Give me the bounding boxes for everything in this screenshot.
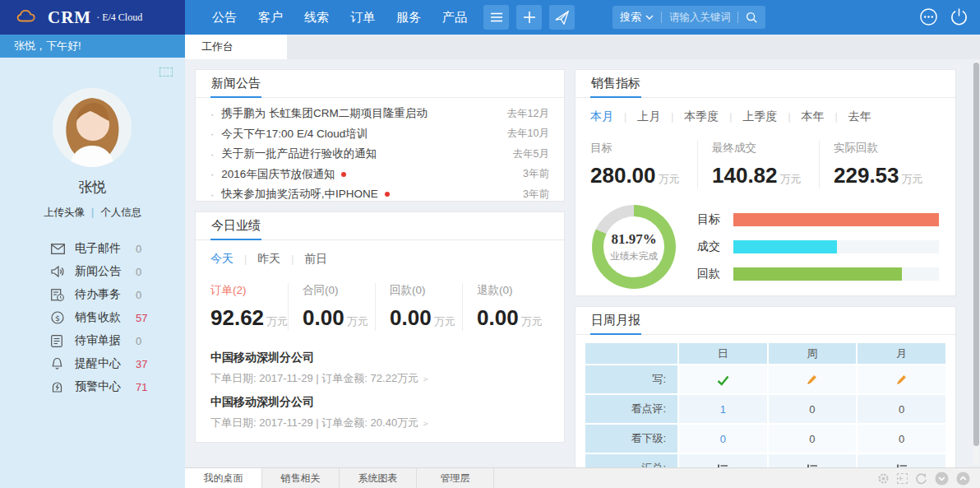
- divider: [737, 12, 738, 23]
- bar-target: 目标: [697, 212, 939, 227]
- report-row-view-comments: 看点评: 1 0 0: [585, 395, 945, 423]
- sales-panel-header: 销售指标: [576, 70, 955, 98]
- greeting-bar: 张悦，下午好!: [0, 35, 185, 58]
- sidebar-item-reminders[interactable]: 提醒中心 37: [0, 352, 185, 375]
- scrollbar-thumb[interactable]: [973, 63, 979, 446]
- refresh-button[interactable]: [915, 472, 927, 485]
- tab-this-year[interactable]: 本年: [802, 109, 825, 124]
- more-options-button[interactable]: [919, 7, 938, 30]
- today-panel-title: 今日业绩: [210, 212, 261, 240]
- bell-icon: [51, 357, 65, 371]
- tab-last-quarter[interactable]: 上季度: [742, 109, 777, 124]
- stat-collected: 实际回款 229.53万元: [819, 141, 941, 188]
- bottombar-icons: [877, 468, 980, 488]
- add-widget-button[interactable]: [897, 473, 908, 484]
- badge-count: 0: [136, 335, 141, 347]
- dollar-circle-icon: $: [51, 311, 65, 325]
- report-panel-header: 日周月报: [576, 307, 955, 335]
- badge-count: 0: [136, 289, 141, 301]
- badge-count: 0: [136, 266, 141, 278]
- bar-closed: 成交: [697, 239, 939, 254]
- tab-my-desktop[interactable]: 我的桌面: [185, 468, 262, 488]
- tab-system-charts[interactable]: 系统图表: [340, 468, 417, 488]
- hamburger-icon: [490, 12, 503, 22]
- order-item[interactable]: 中国移动深圳分公司 下单日期: 2017-11-29 | 订单金额: 20.40…: [210, 395, 549, 430]
- tab-last-year[interactable]: 去年: [848, 109, 871, 124]
- avatar[interactable]: [53, 88, 132, 167]
- report-panel-title: 日周月报: [590, 307, 641, 335]
- logout-button[interactable]: [950, 7, 968, 30]
- sidebar-item-email[interactable]: 电子邮件 0: [0, 237, 185, 260]
- search-scope-dropdown[interactable]: 搜索: [620, 10, 641, 25]
- order-item[interactable]: 中国移动深圳分公司 下单日期: 2017-11-29 | 订单金额: 72.22…: [210, 351, 549, 386]
- divider: [661, 12, 662, 23]
- tab-this-month[interactable]: 本月: [590, 109, 613, 124]
- tab-day-before[interactable]: 前日: [304, 252, 327, 267]
- news-item[interactable]: · 今天下午17:00 E/4 Cloud培训 去年10月: [210, 124, 549, 145]
- nav-item-product[interactable]: 产品: [442, 10, 467, 26]
- stat-target: 目标 280.00万元: [590, 141, 697, 188]
- topbar-right-icons: [919, 7, 968, 30]
- news-item[interactable]: · 2016年国庆节放假通知 3年前: [210, 165, 549, 185]
- nav-item-service[interactable]: 服务: [396, 10, 421, 26]
- sidebar-item-pending-docs[interactable]: 待审单据 0: [0, 329, 185, 352]
- nav-item-leads[interactable]: 线索: [304, 10, 329, 26]
- svg-text:$: $: [55, 314, 60, 323]
- tab-workspace[interactable]: 工作台: [185, 35, 287, 59]
- gear-icon: [877, 472, 890, 485]
- unread-dot: [341, 172, 346, 177]
- stat-contracts: 合同(0) 0.00万元: [288, 283, 375, 331]
- col-week: 周: [769, 343, 857, 364]
- main-scrollbar: [973, 61, 979, 466]
- collapse-sidebar-icon[interactable]: [159, 67, 173, 77]
- top-nav-menu: 公告 客户 线索 订单 服务 产品: [185, 0, 467, 35]
- brand-suffix: E/4 Cloud: [96, 12, 142, 24]
- tab-today[interactable]: 今天: [210, 252, 233, 267]
- scroll-down-button[interactable]: [935, 472, 949, 486]
- search-submit-button[interactable]: [746, 12, 758, 24]
- tab-last-month[interactable]: 上月: [637, 109, 660, 124]
- settings-button[interactable]: [877, 472, 890, 485]
- today-stats: 订单(2) 92.62万元 合同(0) 0.00万元 回款(0) 0.00万元 …: [196, 283, 564, 331]
- sales-chart: 81.97% 业绩未完成 目标 成交 回款: [576, 205, 955, 289]
- news-item[interactable]: · 关于新一批产品进行验收的通知 去年5月: [210, 144, 549, 165]
- chevron-down-circle-icon: [935, 472, 949, 486]
- sidebar-menu: 电子邮件 0 新闻公告 0 待办事务 0 $ 销售收款 57 待审单据 0 提醒…: [0, 237, 185, 398]
- report-table: 日 周 月 写: 看点评: 1 0 0 看下级: 0 0 0: [584, 342, 947, 467]
- nav-item-orders[interactable]: 订单: [350, 10, 375, 26]
- tab-yesterday[interactable]: 昨天: [257, 252, 280, 267]
- menu-hamburger-button[interactable]: [483, 5, 509, 30]
- cloud-logo-icon: [16, 7, 39, 27]
- sidebar-item-todo[interactable]: 待办事务 0: [0, 283, 185, 306]
- document-icon: [51, 334, 65, 348]
- topbar: CRM E/4 Cloud 公告 客户 线索 订单 服务 产品 搜索: [0, 0, 980, 35]
- tab-this-quarter[interactable]: 本季度: [684, 109, 719, 124]
- upload-avatar-link[interactable]: 上传头像: [44, 207, 85, 218]
- add-button[interactable]: [516, 5, 542, 30]
- stat-payments: 回款(0) 0.00万元: [375, 283, 462, 331]
- profile-link[interactable]: 个人信息: [100, 207, 141, 218]
- chevron-down-icon: [645, 15, 654, 20]
- tab-sales-related[interactable]: 销售相关: [262, 468, 340, 488]
- sidebar-item-news[interactable]: 新闻公告 0: [0, 260, 185, 283]
- sidebar-item-receivables[interactable]: $ 销售收款 57: [0, 306, 185, 329]
- send-button[interactable]: [549, 5, 575, 30]
- search-input[interactable]: [669, 12, 730, 23]
- scroll-up-button[interactable]: [956, 472, 970, 486]
- news-panel-title: 新闻公告: [210, 70, 261, 98]
- sidebar-item-alerts[interactable]: 预警中心 71: [0, 375, 185, 398]
- bottom-tabbar: 我的桌面 销售相关 系统图表 管理层: [185, 467, 980, 488]
- nav-item-customer[interactable]: 客户: [258, 10, 283, 26]
- nav-item-announce[interactable]: 公告: [212, 10, 237, 26]
- tab-management[interactable]: 管理层: [417, 468, 494, 488]
- news-item[interactable]: · 携手鹏为 长虹集团CRM二期项目隆重启动 去年12月: [210, 104, 549, 124]
- badge-count: 71: [136, 381, 147, 393]
- topbar-quick-buttons: [483, 5, 575, 30]
- workspace-tabstrip: 工作台: [185, 35, 980, 59]
- badge-count: 37: [136, 358, 147, 370]
- report-header-row: 日 周 月: [585, 343, 945, 364]
- chevron-up-circle-icon: [956, 472, 970, 486]
- news-item[interactable]: · 快来参加抽奖活动呀,中IPHONE 3年前: [210, 184, 549, 205]
- sales-stats: 目标 280.00万元 最终成交 140.82万元 实际回款 229.53万元: [576, 141, 955, 188]
- donut-percent: 81.97%: [611, 231, 656, 248]
